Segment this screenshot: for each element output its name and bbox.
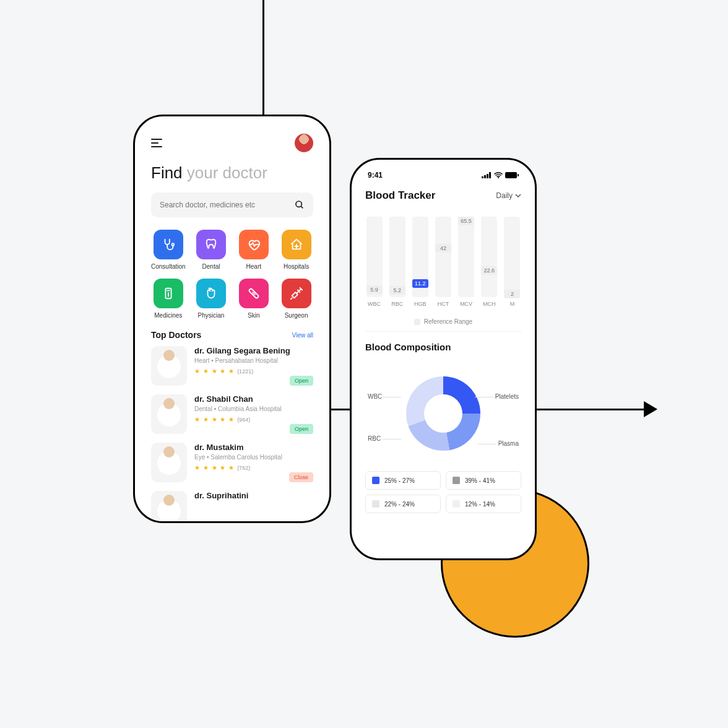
label-line (478, 444, 496, 444)
bar-track: 2 (504, 217, 520, 297)
bar-value: 42 (435, 244, 451, 253)
category-label: Physician (198, 312, 225, 319)
category-label: Medicines (154, 312, 182, 319)
svg-rect-7 (487, 174, 488, 178)
doctor-row[interactable]: dr. Shabil ChanDental • Columbia Asia Ho… (151, 394, 313, 434)
period-select[interactable]: Daily (496, 191, 521, 200)
bar-value: 5.2 (389, 286, 405, 295)
avatar[interactable] (295, 134, 313, 152)
bar-hgb[interactable]: 11.2HGB (411, 215, 429, 307)
bar-label: HGB (414, 301, 427, 307)
doctor-row[interactable]: dr. Gilang Segara BeningHeart • Persahab… (151, 346, 313, 386)
bar-track: 5.2 (389, 217, 405, 297)
doctor-list: dr. Gilang Segara BeningHeart • Persahab… (151, 346, 313, 523)
status-badge: Open (290, 376, 313, 386)
doctor-rating: ★ ★ ★ ★ ★(762) (194, 464, 313, 471)
search-field[interactable] (160, 201, 295, 209)
menu-icon[interactable] (151, 139, 162, 147)
doctor-name: dr. Mustakim (194, 443, 313, 452)
heart-icon (239, 230, 269, 259)
status-bar: 9:41 (365, 171, 521, 180)
bar-label: MCV (460, 301, 472, 307)
bar-track: 5.9 (366, 217, 383, 297)
category-label: Skin (248, 312, 259, 319)
heading-primary: Find (151, 163, 183, 182)
syringe-icon (282, 279, 311, 308)
composition-chip[interactable]: 25% - 27% (365, 471, 441, 490)
chip-label: 22% - 24% (384, 501, 415, 508)
donut-ring (406, 376, 480, 451)
doctor-meta: Heart • Persahabatan Hospital (194, 357, 313, 364)
arrow-right-icon (644, 401, 657, 417)
search-input[interactable] (151, 193, 313, 217)
bar-track: 11.2 (412, 217, 428, 297)
category-skin[interactable]: Skin (236, 279, 271, 319)
chevron-down-icon (515, 194, 521, 197)
donut-label-wbc: WBC (368, 393, 382, 400)
label-line (383, 397, 401, 397)
bar-rbc[interactable]: 5.2RBC (388, 215, 406, 307)
donut-label-plasma: Plasma (498, 440, 519, 447)
category-hospitals[interactable]: Hospitals (279, 230, 313, 270)
doctor-photo (151, 443, 187, 482)
bar-value: 11.2 (412, 279, 428, 288)
category-label: Heart (246, 263, 261, 270)
doctor-rating: ★ ★ ★ ★ ★(964) (194, 416, 313, 423)
bar-mch[interactable]: 22.6MCH (480, 215, 498, 307)
doctor-row[interactable]: dr. Suprihatini (151, 491, 313, 523)
doctor-meta: Eye • Salemba Carolus Hospital (194, 454, 313, 461)
review-count: (1221) (237, 368, 253, 375)
svg-rect-8 (489, 172, 491, 178)
legend-swatch (414, 319, 420, 325)
svg-rect-5 (482, 176, 483, 178)
svg-point-0 (296, 201, 301, 207)
signal-icon (482, 172, 492, 178)
doctor-meta: Dental • Columbia Asia Hospital (194, 405, 313, 412)
stars-icon: ★ ★ ★ ★ ★ (194, 416, 235, 423)
composition-legend: 25% - 27%39% - 41%22% - 24%12% - 14% (365, 471, 521, 513)
bar-track: 22.6 (481, 217, 497, 297)
bar-chart: 5.9WBC5.2RBC11.2HGB42HCT65.5MCV22.6MCH2M (365, 215, 521, 307)
legend-label: Reference Range (424, 318, 472, 325)
label-line (475, 397, 493, 397)
bar-hct[interactable]: 42HCT (434, 215, 452, 307)
doctor-name: dr. Suprihatini (194, 491, 313, 500)
category-consultation[interactable]: Consultation (151, 230, 186, 270)
chip-swatch (372, 477, 379, 484)
svg-rect-9 (505, 172, 517, 178)
composition-chip[interactable]: 39% - 41% (446, 471, 521, 490)
bandage-icon (239, 279, 269, 308)
category-heart[interactable]: Heart (236, 230, 271, 270)
bar-label: M (510, 301, 515, 307)
svg-rect-10 (518, 174, 519, 176)
decor-vertical-line (262, 0, 264, 118)
label-line (383, 439, 401, 440)
chip-swatch (453, 500, 460, 508)
view-all-link[interactable]: View all (292, 332, 313, 339)
status-badge: Open (290, 424, 313, 434)
bar-mcv[interactable]: 65.5MCV (457, 215, 475, 307)
bar-wbc[interactable]: 5.9WBC (365, 215, 383, 307)
category-label: Hospitals (284, 263, 309, 270)
doctor-photo (151, 394, 187, 434)
chip-swatch (372, 500, 379, 508)
review-count: (964) (237, 417, 250, 423)
doctor-row[interactable]: dr. MustakimEye • Salemba Carolus Hospit… (151, 443, 313, 482)
doctor-rating: ★ ★ ★ ★ ★(1221) (194, 368, 313, 375)
search-icon (295, 200, 305, 210)
svg-point-2 (171, 243, 174, 246)
composition-chip[interactable]: 12% - 14% (446, 495, 521, 513)
composition-chip[interactable]: 22% - 24% (365, 495, 441, 513)
bar-value: 22.6 (481, 266, 497, 275)
category-label: Dental (202, 263, 220, 270)
stars-icon: ★ ★ ★ ★ ★ (194, 464, 235, 471)
bar-m[interactable]: 2M (503, 215, 521, 307)
category-medicines[interactable]: Medicines (151, 279, 186, 319)
category-dental[interactable]: Dental (194, 230, 228, 270)
chip-label: 12% - 14% (465, 501, 495, 508)
period-label: Daily (496, 191, 513, 200)
category-label: Consultation (151, 263, 186, 270)
category-physician[interactable]: Physician (194, 279, 228, 319)
bar-track: 42 (435, 217, 451, 297)
category-surgeon[interactable]: Surgeon (279, 279, 313, 319)
